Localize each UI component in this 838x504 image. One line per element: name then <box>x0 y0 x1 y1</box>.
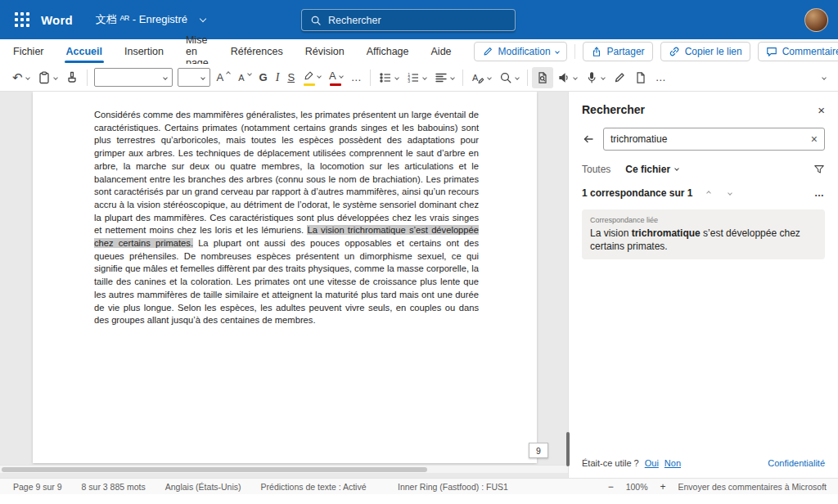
feedback-yes-link[interactable]: Oui <box>645 458 659 468</box>
font-name-select[interactable] <box>94 68 173 87</box>
undo-button[interactable]: ↶ <box>8 67 34 88</box>
more-font-options-button[interactable]: … <box>347 67 366 88</box>
scope-current-file-tab[interactable]: Ce fichier <box>625 164 678 175</box>
text-styles-button[interactable]: A <box>467 67 495 88</box>
italic-button[interactable]: I <box>272 67 284 88</box>
search-result-item[interactable]: Correspondance liée La vision trichromat… <box>582 209 825 259</box>
horizontal-scrollbar-thumb[interactable] <box>2 467 427 472</box>
horizontal-scrollbar[interactable] <box>0 465 568 473</box>
grow-font-button[interactable]: A <box>213 67 235 88</box>
numbering-button[interactable]: 123 <box>403 67 430 88</box>
highlighter-icon <box>303 70 314 82</box>
search-tools-button[interactable] <box>495 67 523 88</box>
find-pane: Rechercher × × Toutes Ce fichier 1 corre… <box>568 92 838 478</box>
titlebar: Word 文档 ᴬᴿ - Enregistré Rechercher <box>0 0 838 39</box>
document-title[interactable]: 文档 ᴬᴿ - Enregistré <box>96 12 187 27</box>
zoom-level[interactable]: 100% <box>626 482 648 492</box>
find-search-row: × <box>582 128 825 151</box>
speaker-icon <box>557 71 570 84</box>
zoom-in-button[interactable]: + <box>660 481 666 493</box>
document-page[interactable]: Considérés comme des mammifères générali… <box>33 92 537 463</box>
back-arrow-icon[interactable] <box>582 133 595 146</box>
avatar[interactable] <box>804 8 828 32</box>
highlight-color-button[interactable] <box>299 67 325 88</box>
tab-affichage[interactable]: Affichage <box>367 39 409 64</box>
chevron-down-icon <box>394 75 399 80</box>
clear-search-icon[interactable]: × <box>811 133 818 145</box>
close-icon[interactable]: × <box>818 104 825 116</box>
chevron-down-icon <box>450 75 455 80</box>
toolbar-divider <box>370 70 371 86</box>
document-icon <box>634 71 647 84</box>
tab-aide[interactable]: Aide <box>431 39 452 64</box>
language-status[interactable]: Anglais (États-Unis) <box>165 482 241 492</box>
find-pane-title: Rechercher <box>582 103 645 116</box>
app-name[interactable]: Word <box>41 13 73 27</box>
format-painter-button[interactable] <box>61 67 83 88</box>
read-aloud-button[interactable] <box>553 67 581 88</box>
tab-accueil[interactable]: Accueil <box>66 39 102 64</box>
vertical-scrollbar-thumb[interactable] <box>566 432 570 466</box>
bold-button[interactable]: G <box>255 67 272 88</box>
copilot-button[interactable] <box>630 67 651 88</box>
numbered-list-icon: 123 <box>407 71 420 84</box>
font-color-button[interactable]: A <box>325 67 347 88</box>
title-chevron-down-icon[interactable] <box>200 15 206 21</box>
page-number-indicator: 9 <box>529 443 548 458</box>
find-search-box[interactable]: × <box>603 128 825 151</box>
editor-button[interactable] <box>609 67 630 88</box>
bullets-button[interactable] <box>375 67 403 88</box>
find-search-input[interactable] <box>610 133 811 145</box>
chevron-up-icon <box>707 191 712 196</box>
alignment-button[interactable] <box>430 67 458 88</box>
page-count[interactable]: Page 9 sur 9 <box>13 482 62 492</box>
more-commands-button[interactable]: … <box>651 67 670 88</box>
editing-mode-button[interactable]: Modification <box>474 42 567 61</box>
font-size-select[interactable] <box>178 68 210 87</box>
menubar-divider <box>574 44 575 59</box>
word-count[interactable]: 8 sur 3 885 mots <box>82 482 146 492</box>
copy-link-button[interactable]: Copier le lien <box>660 42 750 61</box>
filter-funnel-icon[interactable] <box>813 164 825 175</box>
menubar-actions: Modification Partager Copier le lien Com… <box>474 42 838 61</box>
paragraph-text-before: Considérés comme des mammifères générali… <box>94 110 479 235</box>
link-icon <box>669 46 680 57</box>
next-match-button[interactable] <box>722 186 738 200</box>
text-predictions-status[interactable]: Prédictions de texte : Activé <box>261 482 367 492</box>
dictate-button[interactable] <box>581 67 609 88</box>
bulleted-list-icon <box>379 71 392 84</box>
share-icon <box>591 46 602 57</box>
statusbar-right: − 100% + Envoyer des commentaires à Micr… <box>608 481 827 493</box>
chevron-down-icon <box>515 75 520 80</box>
zoom-out-button[interactable]: − <box>608 481 614 493</box>
send-feedback-link[interactable]: Envoyer des commentaires à Microsoft <box>678 482 827 492</box>
paste-button[interactable] <box>34 67 61 88</box>
feedback-no-link[interactable]: Non <box>665 458 681 468</box>
tab-revision[interactable]: Révision <box>305 39 345 64</box>
document-paragraph[interactable]: Considérés comme des mammifères générali… <box>94 109 479 327</box>
find-in-document-icon <box>536 71 549 84</box>
tab-references[interactable]: Références <box>231 39 283 64</box>
find-button[interactable] <box>532 67 553 88</box>
app-launcher-icon[interactable] <box>10 7 34 32</box>
share-button[interactable]: Partager <box>583 42 653 61</box>
chevron-down-icon <box>674 166 679 171</box>
result-match-term: trichromatique <box>632 227 701 239</box>
magnifier-icon <box>499 71 512 84</box>
more-options-icon[interactable]: … <box>814 187 825 199</box>
tab-mise-en-page[interactable]: Mise en page <box>186 39 209 64</box>
feedback-row: Était-ce utile ? Oui Non Confidentialité <box>582 458 825 468</box>
underline-button[interactable]: S <box>283 67 299 88</box>
tab-insertion[interactable]: Insertion <box>124 39 164 64</box>
chevron-down-icon <box>339 74 344 79</box>
tab-fichier[interactable]: Fichier <box>13 39 44 64</box>
shrink-font-button[interactable]: A <box>234 67 255 88</box>
collapse-ribbon-button[interactable] <box>818 67 830 88</box>
previous-match-button[interactable] <box>701 186 717 200</box>
titlebar-search-box[interactable]: Rechercher <box>301 9 516 31</box>
comments-button[interactable]: Commentaires <box>758 42 838 61</box>
chevron-down-icon <box>163 75 168 80</box>
scope-all-tab[interactable]: Toutes <box>582 164 610 175</box>
find-scope-row: Toutes Ce fichier <box>582 164 825 175</box>
privacy-link[interactable]: Confidentialité <box>768 458 825 468</box>
